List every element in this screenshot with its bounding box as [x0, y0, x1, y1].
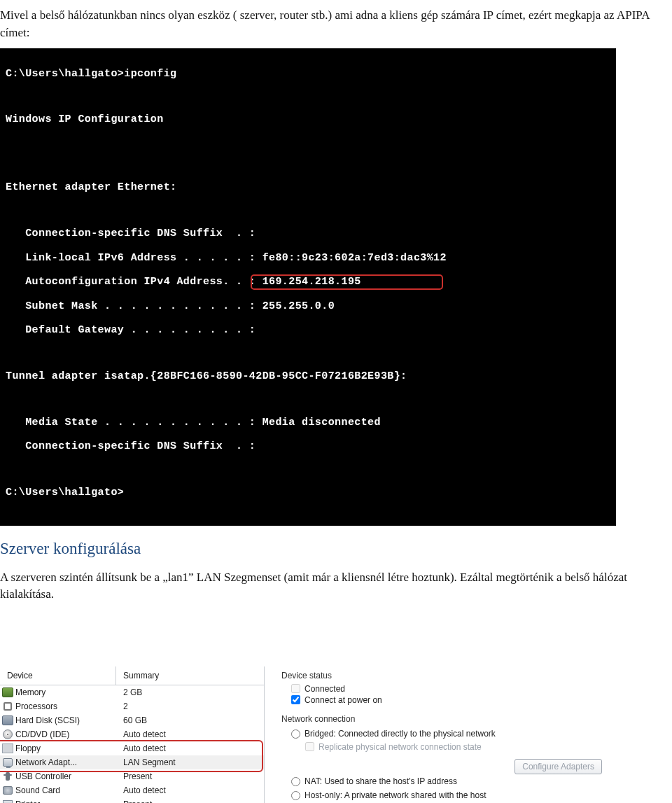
hostonly-radio[interactable]: Host-only: A private network shared with…	[281, 788, 609, 802]
connected-checkbox[interactable]: Connected	[281, 683, 609, 694]
device-icon	[0, 729, 15, 739]
term-line: C:\Users\hallgato>ipconfig	[6, 68, 610, 80]
table-row[interactable]: Memory2 GB	[0, 685, 264, 699]
nat-radio[interactable]: NAT: Used to share the host's IP address	[281, 774, 609, 788]
device-list: Device Summary Memory2 GBProcessors2Hard…	[0, 666, 265, 803]
checkbox-label: Connect at power on	[304, 695, 382, 705]
ic-usb-icon	[6, 772, 10, 781]
checkbox-label: Connected	[304, 684, 345, 694]
ic-cd-icon	[3, 729, 13, 739]
term-line: Default Gateway . . . . . . . . . :	[6, 324, 610, 336]
device-name: Network Adapt...	[15, 757, 116, 767]
checkbox-icon	[305, 742, 314, 751]
table-row[interactable]: PrinterPresent	[0, 797, 264, 803]
device-icon	[0, 772, 15, 781]
term-line: Ethernet adapter Ethernet:	[6, 181, 610, 193]
term-line: Windows IP Configuration	[6, 113, 610, 125]
term-line: Subnet Mask . . . . . . . . . . . : 255.…	[6, 300, 610, 312]
table-row[interactable]: Processors2	[0, 699, 264, 713]
radio-label: Bridged: Connected directly to the physi…	[304, 729, 496, 739]
checkbox-icon	[291, 684, 300, 693]
table-row[interactable]: FloppyAuto detect	[0, 741, 264, 755]
ic-hdd-icon	[2, 715, 13, 725]
checkbox-label: Replicate physical network connection st…	[318, 742, 482, 752]
device-summary: 2	[116, 701, 264, 711]
cmd-terminal: C:\Users\hallgato>ipconfig Windows IP Co…	[0, 48, 616, 525]
radio-label: Host-only: A private network shared with…	[304, 790, 486, 800]
device-name: Printer	[15, 799, 116, 803]
device-name: Processors	[15, 701, 116, 711]
section-heading: Szerver konfigurálása	[0, 540, 672, 558]
term-line: Connection-specific DNS Suffix . :	[6, 228, 610, 239]
device-summary: 2 GB	[116, 687, 264, 697]
term-line: Link-local IPv6 Address . . . . . : fe80…	[6, 252, 610, 264]
device-name: Memory	[15, 687, 116, 697]
term-line: Tunnel adapter isatap.{28BFC166-8590-42D…	[6, 370, 610, 382]
term-line-text: Link-local IPv6 Address . . . . . : fe80…	[6, 252, 447, 264]
device-name: CD/DVD (IDE)	[15, 729, 116, 739]
col-summary-header[interactable]: Summary	[116, 666, 264, 685]
bridged-radio[interactable]: Bridged: Connected directly to the physi…	[281, 727, 609, 741]
term-line-text: Autoconfiguration IPv4 Address. . : 169.…	[6, 276, 361, 288]
device-status-label: Device status	[281, 671, 609, 680]
radio-icon	[291, 777, 300, 786]
ic-flp-icon	[2, 743, 13, 753]
radio-icon	[291, 791, 300, 800]
ic-mem-icon	[2, 687, 13, 697]
radio-icon	[291, 729, 300, 739]
device-summary: LAN Segment	[116, 757, 264, 767]
device-name: Hard Disk (SCSI)	[15, 715, 116, 725]
ic-snd-icon	[3, 786, 13, 795]
term-line: Media State . . . . . . . . . . . : Medi…	[6, 417, 610, 428]
ic-cpu-icon	[4, 702, 12, 711]
table-row[interactable]: USB ControllerPresent	[0, 769, 264, 783]
device-summary: 60 GB	[116, 715, 264, 725]
radio-label: NAT: Used to share the host's IP address	[304, 776, 457, 786]
device-detail-pane: Device status Connected Connect at power…	[265, 666, 609, 803]
term-line-highlighted: Autoconfiguration IPv4 Address. . : 169.…	[6, 276, 610, 288]
device-icon	[0, 687, 15, 697]
device-name: Sound Card	[15, 785, 116, 795]
table-row[interactable]: Hard Disk (SCSI)60 GB	[0, 713, 264, 727]
table-row[interactable]: CD/DVD (IDE)Auto detect	[0, 727, 264, 741]
connect-poweron-checkbox[interactable]: Connect at power on	[281, 694, 609, 706]
body-paragraph: A szerveren szintén állítsunk be a „lan1…	[0, 569, 672, 603]
network-connection-label: Network connection	[281, 714, 609, 724]
device-icon	[0, 702, 15, 711]
device-summary: Present	[116, 799, 264, 803]
device-list-header: Device Summary	[0, 666, 264, 685]
device-icon	[0, 715, 15, 725]
device-name: Floppy	[15, 743, 116, 753]
checkbox-icon	[291, 695, 300, 704]
device-summary: Auto detect	[116, 743, 264, 753]
device-summary: Auto detect	[116, 785, 264, 795]
device-icon	[0, 743, 15, 753]
ic-net-icon	[3, 758, 13, 767]
device-summary: Present	[116, 771, 264, 781]
term-line: C:\Users\hallgato>	[6, 487, 610, 498]
device-icon	[0, 786, 15, 795]
col-device-header[interactable]: Device	[0, 666, 116, 685]
device-icon	[0, 758, 15, 767]
configure-adapters-button: Configure Adapters	[514, 759, 602, 774]
intro-paragraph: Mivel a belső hálózatunkban nincs olyan …	[0, 7, 672, 41]
table-row[interactable]: Sound CardAuto detect	[0, 783, 264, 797]
device-summary: Auto detect	[116, 729, 264, 739]
table-row[interactable]: Network Adapt...LAN Segment	[0, 755, 264, 769]
ic-prn-icon	[3, 800, 13, 803]
replicate-checkbox: Replicate physical network connection st…	[281, 741, 609, 755]
term-line: Connection-specific DNS Suffix . :	[6, 440, 610, 452]
vm-settings-panel: Device Summary Memory2 GBProcessors2Hard…	[0, 666, 609, 803]
device-icon	[0, 800, 15, 803]
device-name: USB Controller	[15, 771, 116, 781]
